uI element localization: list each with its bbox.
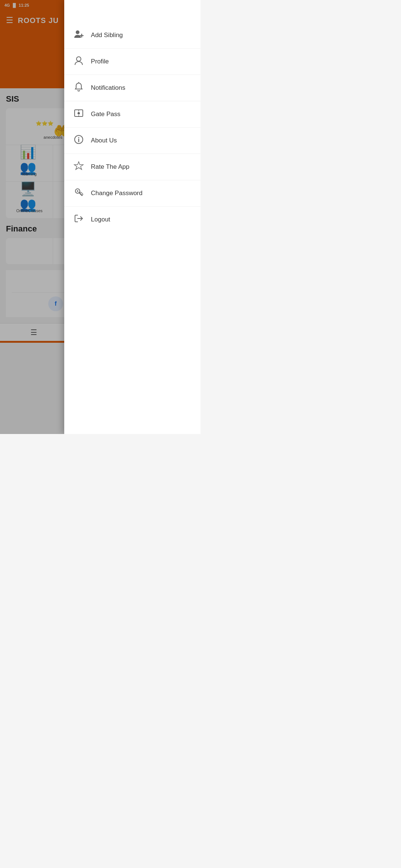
drawer-item-change-password[interactable]: Change Password <box>64 180 200 207</box>
drawer-item-about-us[interactable]: About Us <box>64 128 200 154</box>
drawer-add-sibling-label: Add Sibling <box>91 32 123 39</box>
drawer-item-notifications[interactable]: Notifications <box>64 75 200 101</box>
drawer-change-password-label: Change Password <box>91 190 143 197</box>
svg-rect-7 <box>78 112 80 114</box>
drawer-profile-label: Profile <box>91 58 109 65</box>
svg-point-14 <box>77 190 78 192</box>
logout-icon <box>73 213 84 226</box>
drawer-logout-label: Logout <box>91 216 110 223</box>
drawer: Add Sibling Profile Notifications <box>64 0 200 434</box>
gate-pass-icon <box>73 108 84 121</box>
drawer-item-gate-pass[interactable]: Gate Pass <box>64 101 200 128</box>
svg-rect-13 <box>79 192 83 195</box>
about-us-icon <box>73 134 84 147</box>
svg-marker-11 <box>74 162 83 170</box>
drawer-gate-pass-label: Gate Pass <box>91 111 120 118</box>
svg-point-10 <box>78 137 79 138</box>
profile-icon <box>73 55 84 68</box>
svg-point-0 <box>76 30 79 34</box>
drawer-item-add-sibling[interactable]: Add Sibling <box>64 22 200 49</box>
add-sibling-icon <box>73 29 84 42</box>
change-password-icon <box>73 187 84 200</box>
notifications-icon <box>73 82 84 94</box>
drawer-item-logout[interactable]: Logout <box>64 207 200 233</box>
drawer-about-us-label: About Us <box>91 137 117 144</box>
drawer-notifications-label: Notifications <box>91 84 125 92</box>
drawer-rate-app-label: Rate The App <box>91 163 130 171</box>
drawer-item-profile[interactable]: Profile <box>64 49 200 75</box>
svg-point-3 <box>76 57 81 61</box>
drawer-item-rate-app[interactable]: Rate The App <box>64 154 200 180</box>
rate-app-icon <box>73 161 84 173</box>
